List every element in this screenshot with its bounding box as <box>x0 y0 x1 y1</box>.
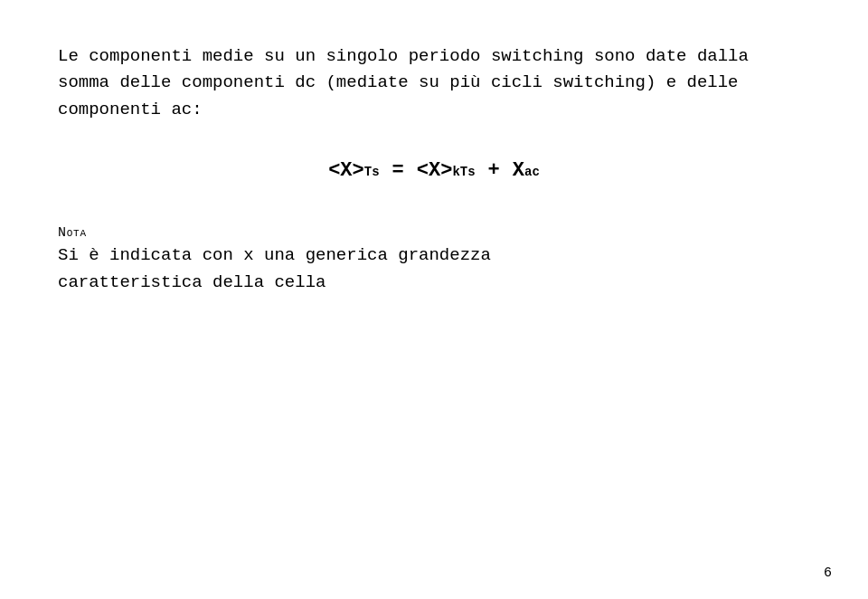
formula-rhs2: Xac <box>513 159 540 182</box>
formula-rhs1-bracket: <X> <box>417 159 453 182</box>
formula-rhs1: <X>kTs <box>417 159 476 182</box>
formula-lhs: <X>Ts <box>328 159 379 182</box>
nota-text-line1: Si è indicata con x una generica grandez… <box>58 242 810 269</box>
main-paragraph: Le componenti medie su un singolo period… <box>58 43 810 123</box>
page-number: 6 <box>824 566 832 581</box>
formula-rhs2-subscript: ac <box>524 165 540 179</box>
formula-block: <X>Ts = <X>kTs + Xac <box>58 159 810 182</box>
formula-lhs-subscript: Ts <box>364 165 380 179</box>
formula-equals: = <box>392 159 404 182</box>
formula-rhs1-subscript: kTs <box>452 165 475 179</box>
nota-section: Nota Si è indicata con x una generica gr… <box>58 225 810 296</box>
nota-label: Nota <box>58 225 810 241</box>
formula-lhs-bracket: <X> <box>328 159 364 182</box>
formula-plus: + <box>488 159 500 182</box>
formula-rhs2-var: X <box>513 159 524 182</box>
page-container: Le componenti medie su un singolo period… <box>0 0 868 599</box>
nota-text-line2: caratteristica della cella <box>58 270 810 296</box>
